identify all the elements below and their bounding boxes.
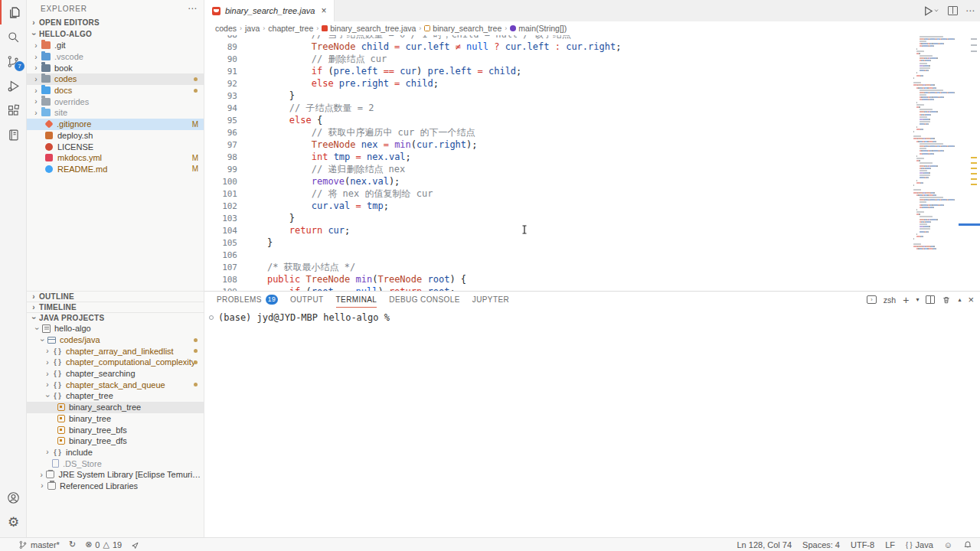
overview-ruler-warning-mark <box>971 157 977 158</box>
java-project-item-binary_search_tree[interactable]: binary_search_tree <box>27 402 204 413</box>
java-project-item-chapter_stack_and_queue[interactable]: ›{ }chapter_stack_and_queue <box>27 379 204 390</box>
class-icon <box>57 426 65 434</box>
problems-indicator[interactable]: ⊗ 0 △ 19 <box>85 540 122 549</box>
git-branch-indicator[interactable]: master* <box>18 540 60 549</box>
search-icon[interactable] <box>0 24 27 49</box>
line-number: 90 <box>204 54 237 64</box>
breadcrumb-item[interactable]: codes <box>215 24 237 33</box>
explorer-item-readme.md[interactable]: README.mdM <box>27 164 204 175</box>
code-text: if (root == null) return root; <box>245 285 456 291</box>
breadcrumb-separator: › <box>316 24 318 32</box>
line-number: 98 <box>204 152 237 162</box>
feedback-smiley-icon[interactable]: ☺ <box>944 540 952 549</box>
code-editor[interactable]: 88 // 当子结点数量 = 0 / 1 时，child = null / 该子… <box>204 35 907 291</box>
panel-tab-terminal[interactable]: TERMINAL <box>336 292 377 308</box>
tab-binary-search-tree[interactable]: binary_search_tree.java × <box>204 0 335 21</box>
panel-tab-debug-console[interactable]: DEBUG CONSOLE <box>389 292 459 308</box>
explorer-item-codes[interactable]: ›codes <box>27 73 204 85</box>
overview-ruler-warning-mark <box>971 178 977 180</box>
package-braces-icon: { } <box>53 358 62 366</box>
java-project-item-hello-algo[interactable]: ›hello-algo <box>27 323 204 334</box>
extensions-icon[interactable] <box>0 98 27 122</box>
breadcrumb-item[interactable]: java <box>245 24 260 33</box>
explorer-item-mkdocs.yml[interactable]: mkdocs.ymlM <box>27 152 204 164</box>
explorer-item-gitignore[interactable]: .gitignoreM <box>27 119 204 130</box>
outline-section[interactable]: › OUTLINE <box>27 291 204 302</box>
open-editors-section[interactable]: › OPEN EDITORS <box>27 17 204 28</box>
explorer-item-license[interactable]: LICENSE <box>27 141 204 152</box>
explorer-item-docs[interactable]: ›docs <box>27 85 204 96</box>
breadcrumb-label: codes <box>215 24 237 33</box>
java-project-item-jre[interactable]: ›JRE System Library [Eclipse Temurin 17 … <box>27 469 204 481</box>
indentation-indicator[interactable]: Spaces: 4 <box>802 540 840 549</box>
language-mode[interactable]: { } Java <box>906 540 933 549</box>
explorer-item-deploy.sh[interactable]: deploy.sh <box>27 130 204 142</box>
overview-ruler-mark <box>971 44 977 46</box>
breadcrumb-item[interactable]: main(String[]) <box>510 24 567 33</box>
java-project-item-binary_tree_bfs[interactable]: binary_tree_bfs <box>27 424 204 435</box>
java-project-item-ds_store[interactable]: .DS_Store <box>27 458 204 469</box>
java-project-item-binary_tree[interactable]: binary_tree <box>27 413 204 425</box>
explorer-item-book[interactable]: ›book <box>27 62 204 73</box>
code-text: if (pre.left == cur) pre.left = child; <box>245 65 521 77</box>
explorer-item-site[interactable]: ›site <box>27 107 204 119</box>
panel-tab-problems[interactable]: PROBLEMS19 <box>217 292 278 308</box>
java-project-item-chapter_computational_complexity[interactable]: ›{ }chapter_computational_complexity <box>27 357 204 368</box>
code-line-106: 106 <box>204 249 907 261</box>
java-project-item-referenced[interactable]: ›Referenced Libraries <box>27 481 204 492</box>
line-number: 108 <box>204 275 237 285</box>
run-button[interactable] <box>923 5 940 17</box>
breadcrumb-item[interactable]: binary_search_tree.java <box>322 24 416 33</box>
java-projects-section[interactable]: › JAVA PROJECTS <box>27 312 204 323</box>
sync-changes-button[interactable]: ↻ <box>69 540 76 549</box>
accounts-icon[interactable] <box>0 485 27 510</box>
java-project-item-binary_tree_dfs[interactable]: binary_tree_dfs <box>27 435 204 447</box>
settings-gear-icon[interactable]: ⚙ <box>0 510 27 534</box>
code-line-107: 107 /* 获取最小结点 */ <box>204 261 907 273</box>
git-modified-badge: M <box>192 154 198 162</box>
command-decoration-icon <box>209 315 214 320</box>
eol-indicator[interactable]: LF <box>885 540 895 549</box>
close-panel-icon[interactable]: × <box>968 294 974 305</box>
breadcrumb-item[interactable]: binary_search_tree <box>424 24 501 33</box>
cursor-position[interactable]: Ln 128, Col 74 <box>737 540 792 549</box>
editor-more-actions-icon[interactable]: ⋯ <box>965 5 975 16</box>
terminal-shell-label[interactable]: zsh <box>884 295 896 305</box>
explorer-item-overrides[interactable]: ›overrides <box>27 96 204 107</box>
panel-tab-jupyter[interactable]: JUPYTER <box>472 292 509 308</box>
sidebar-title: EXPLORER <box>41 5 87 13</box>
explorer-item-git[interactable]: ›.git <box>27 40 204 51</box>
split-terminal-icon[interactable] <box>926 295 935 304</box>
code-line-96: 96 // 获取中序遍历中 cur 的下一个结点 <box>204 126 907 139</box>
new-terminal-icon[interactable]: + <box>903 294 909 306</box>
line-number: 99 <box>204 165 237 174</box>
run-debug-icon[interactable] <box>0 73 27 98</box>
tab-close-icon[interactable]: × <box>321 5 326 16</box>
explorer-more-actions-icon[interactable]: ⋯ <box>188 3 198 14</box>
java-project-item-codes/java[interactable]: ›codes/java <box>27 334 204 346</box>
line-number: 104 <box>204 226 237 236</box>
terminal-dropdown-icon[interactable]: ▾ <box>916 296 919 303</box>
code-line-89: 89 TreeNode child = cur.left ≠ null ? cu… <box>204 41 907 53</box>
breadcrumb-item[interactable]: chapter_tree <box>268 24 313 33</box>
notebook-icon[interactable] <box>0 122 27 147</box>
timeline-section[interactable]: › TIMELINE <box>27 302 204 312</box>
project-root-row[interactable]: › HELLO-ALGO <box>27 28 204 40</box>
java-project-item-chapter_array_and_linkedlist[interactable]: ›{ }chapter_array_and_linkedlist <box>27 345 204 357</box>
explorer-item-vscode[interactable]: ›.vscode <box>27 51 204 63</box>
explorer-icon[interactable] <box>0 0 27 24</box>
source-control-icon[interactable]: 7 <box>0 49 27 73</box>
java-project-item-chapter_searching[interactable]: ›{ }chapter_searching <box>27 368 204 380</box>
terminal[interactable]: (base) jyd@JYD-MBP hello-algo % <box>209 312 390 323</box>
panel-tab-label: PROBLEMS <box>217 295 262 304</box>
java-project-item-include[interactable]: ›{ }include <box>27 447 204 458</box>
git-modified-badge: M <box>192 120 198 129</box>
panel-tab-output[interactable]: OUTPUT <box>290 292 324 308</box>
kill-terminal-icon[interactable] <box>942 295 951 305</box>
java-runtime-button[interactable] <box>131 540 140 549</box>
split-editor-icon[interactable] <box>948 6 958 15</box>
encoding-indicator[interactable]: UTF-8 <box>851 540 874 549</box>
java-project-item-chapter_tree[interactable]: ›{ }chapter_tree <box>27 390 204 402</box>
maximize-panel-icon[interactable]: ▴ <box>958 296 961 303</box>
notifications-bell-icon[interactable] <box>963 540 972 549</box>
